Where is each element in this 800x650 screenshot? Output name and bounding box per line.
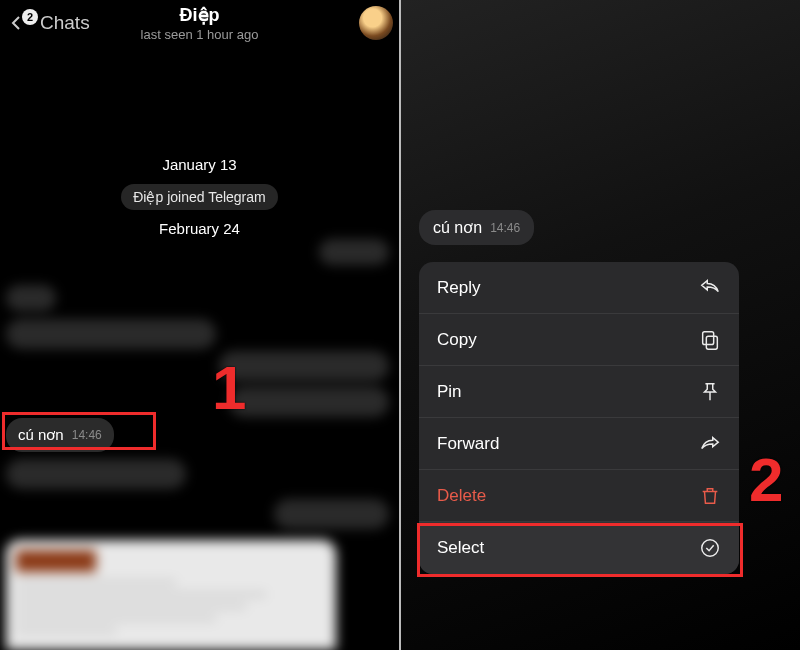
menu-label: Delete: [437, 486, 486, 506]
forward-icon: [699, 433, 721, 455]
svg-point-2: [702, 540, 719, 557]
svg-rect-1: [703, 331, 714, 344]
message-context-menu: Reply Copy Pin Forward Delete Select: [419, 262, 739, 574]
service-message-joined: Điệp joined Telegram: [121, 184, 277, 210]
chat-title: Điệp: [0, 4, 399, 26]
menu-copy[interactable]: Copy: [419, 314, 739, 366]
chat-header: 2 Chats Điệp last seen 1 hour ago: [0, 0, 399, 46]
context-message[interactable]: cú nơn 14:46: [419, 210, 534, 245]
menu-delete[interactable]: Delete: [419, 470, 739, 522]
chat-last-seen: last seen 1 hour ago: [0, 27, 399, 42]
menu-pin[interactable]: Pin: [419, 366, 739, 418]
menu-label: Forward: [437, 434, 499, 454]
message-time: 14:46: [72, 428, 102, 442]
contact-avatar[interactable]: [359, 6, 393, 40]
screenshot-right: cú nơn 14:46 Reply Copy Pin Forward Dele…: [401, 0, 800, 650]
message-text: cú nơn: [18, 426, 64, 444]
menu-label: Select: [437, 538, 484, 558]
copy-icon: [699, 329, 721, 351]
menu-reply[interactable]: Reply: [419, 262, 739, 314]
menu-label: Pin: [437, 382, 462, 402]
date-divider: January 13: [162, 156, 236, 173]
svg-rect-0: [706, 336, 717, 349]
menu-forward[interactable]: Forward: [419, 418, 739, 470]
message-time: 14:46: [490, 221, 520, 235]
menu-label: Copy: [437, 330, 477, 350]
reply-icon: [699, 277, 721, 299]
highlighted-message[interactable]: cú nơn 14:46: [6, 418, 114, 452]
annotation-step-1: 1: [212, 352, 246, 423]
message-text: cú nơn: [433, 218, 482, 237]
pin-icon: [699, 381, 721, 403]
menu-select[interactable]: Select: [419, 522, 739, 574]
trash-icon: [699, 485, 721, 507]
annotation-step-2: 2: [749, 444, 783, 515]
menu-label: Reply: [437, 278, 480, 298]
check-circle-icon: [699, 537, 721, 559]
screenshot-left: 2 Chats Điệp last seen 1 hour ago Januar…: [0, 0, 399, 650]
